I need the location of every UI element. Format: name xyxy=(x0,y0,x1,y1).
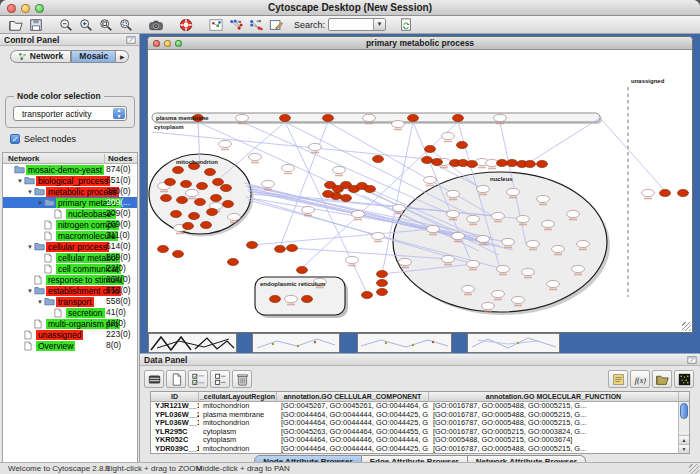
network-node[interactable] xyxy=(517,215,530,222)
notes-button[interactable] xyxy=(608,370,628,388)
table-row[interactable]: YKR052Ccytoplasm[GO:0044464, GO:0044446,… xyxy=(151,436,689,445)
background-window[interactable] xyxy=(467,333,560,353)
tree-expander-icon[interactable]: ▼ xyxy=(26,244,34,250)
tree-row-mosaic-demo-yeast[interactable]: mosaic-demo-yeast874(0) xyxy=(3,164,137,175)
float-panel-icon[interactable] xyxy=(126,35,136,44)
delete-attribute-button[interactable] xyxy=(232,370,252,388)
network-node[interactable] xyxy=(323,114,334,121)
import-attributes-button[interactable] xyxy=(652,370,672,388)
table-row[interactable]: YPL036W__1mitochondrion[GO:0044464, GO:0… xyxy=(151,419,689,428)
network-node[interactable] xyxy=(477,235,490,242)
network-node[interactable] xyxy=(447,190,460,197)
zoom-fit-button[interactable] xyxy=(96,17,116,33)
network-node[interactable] xyxy=(333,166,346,173)
tree-expander-icon[interactable]: ▼ xyxy=(36,299,44,305)
network-node[interactable] xyxy=(205,168,216,175)
column-header[interactable]: annotation.GO MOLECULAR_FUNCTION xyxy=(429,392,679,401)
network-node[interactable] xyxy=(497,265,510,272)
layout-network-b-button[interactable] xyxy=(246,17,266,33)
network-node[interactable] xyxy=(502,238,515,245)
network-node[interactable] xyxy=(221,184,232,191)
network-node[interactable] xyxy=(552,245,565,252)
network-node[interactable] xyxy=(280,114,291,121)
network-node[interactable] xyxy=(572,265,585,272)
select-attributes-button[interactable] xyxy=(188,370,208,388)
background-window[interactable] xyxy=(252,333,340,353)
network-node[interactable] xyxy=(236,114,249,121)
table-row[interactable]: YLR295Ccytoplasm[GO:0045263, GO:0044464,… xyxy=(151,428,689,437)
network-node[interactable] xyxy=(525,160,536,167)
tree-row-multi-organism-pro[interactable]: multi-organism pro42(0) xyxy=(3,318,137,329)
table-row[interactable]: YJR121W__1mitochondrion[GO:0045267, GO:0… xyxy=(151,402,689,411)
open-folder-button[interactable] xyxy=(6,17,26,33)
network-node[interactable] xyxy=(282,164,295,171)
background-window[interactable] xyxy=(357,333,452,353)
network-node[interactable] xyxy=(377,279,388,286)
column-header[interactable]: _cellularLayoutRegion xyxy=(199,392,277,401)
network-node[interactable] xyxy=(352,210,365,217)
network-node[interactable] xyxy=(377,288,388,295)
network-node[interactable] xyxy=(452,232,465,239)
snapshot-camera-button[interactable] xyxy=(146,17,166,33)
network-node[interactable] xyxy=(262,180,275,187)
network-node[interactable] xyxy=(223,200,234,207)
network-node[interactable] xyxy=(309,143,322,150)
tree-row-macromolecule[interactable]: macromolecule311(0) xyxy=(3,230,137,241)
network-node[interactable] xyxy=(442,255,455,262)
network-node[interactable] xyxy=(408,114,419,121)
network-node[interactable] xyxy=(494,114,507,121)
help-lifesaver-button[interactable] xyxy=(176,17,196,33)
network-node[interactable] xyxy=(195,198,206,205)
network-edge[interactable] xyxy=(280,122,328,247)
network-node[interactable] xyxy=(270,295,281,302)
network-node[interactable] xyxy=(323,190,334,197)
network-edge[interactable] xyxy=(600,118,665,191)
network-node[interactable] xyxy=(537,160,548,167)
network-node[interactable] xyxy=(467,260,480,267)
table-row[interactable]: YDR039C__1mitochondrion[GO:0044464, GO:0… xyxy=(151,445,689,454)
tree-row-cell-communicat[interactable]: cell communicat22(0) xyxy=(3,263,137,274)
matrix-button[interactable] xyxy=(674,370,694,388)
network-node[interactable] xyxy=(181,180,192,187)
network-node[interactable] xyxy=(427,225,440,232)
tree-row-nitrogen-compo[interactable]: nitrogen compo209(0) xyxy=(3,219,137,230)
network-node[interactable] xyxy=(363,114,376,121)
network-node[interactable] xyxy=(173,166,184,173)
tab-overflow-button[interactable]: ▶ xyxy=(116,50,129,63)
tree-row-overview[interactable]: Overview8(0) xyxy=(3,340,137,351)
network-node[interactable] xyxy=(497,159,508,166)
tab-network[interactable]: Network xyxy=(10,50,72,63)
tree-expander-icon[interactable]: ▼ xyxy=(16,178,24,184)
network-view-titlebar[interactable]: primary metabolic process xyxy=(148,37,692,50)
network-node[interactable] xyxy=(207,208,218,215)
node-color-dropdown[interactable]: transporter activity ▲▼ xyxy=(13,106,127,121)
network-node[interactable] xyxy=(249,153,262,160)
attribute-grid-button[interactable] xyxy=(144,370,164,388)
network-node[interactable] xyxy=(477,185,490,192)
network-node[interactable] xyxy=(467,160,478,167)
network-node[interactable] xyxy=(211,194,222,201)
network-node[interactable] xyxy=(158,245,169,252)
network-node[interactable] xyxy=(660,189,671,196)
float-panel-icon[interactable] xyxy=(687,355,697,364)
network-node[interactable] xyxy=(492,290,505,297)
network-node[interactable] xyxy=(422,156,433,163)
birdseye-view-button[interactable] xyxy=(206,17,226,33)
network-node[interactable] xyxy=(197,182,208,189)
tree-row-metabolic-process[interactable]: ▼metabolic process280(0) xyxy=(3,186,137,197)
network-node[interactable] xyxy=(522,268,535,275)
tree-row-cellular-process[interactable]: ▼cellular process614(0) xyxy=(3,241,137,252)
network-node[interactable] xyxy=(425,145,436,152)
network-node[interactable] xyxy=(213,178,224,185)
network-node[interactable] xyxy=(247,241,258,248)
background-window[interactable] xyxy=(148,333,237,353)
column-header[interactable]: ID xyxy=(151,392,199,401)
network-node[interactable] xyxy=(424,176,437,183)
tree-row-nucleobase-[interactable]: nucleobase-209(0) xyxy=(3,208,137,219)
layout-network-a-button[interactable] xyxy=(226,17,246,33)
network-node[interactable] xyxy=(467,215,480,222)
table-row[interactable]: YPL036W__2plasma membrane[GO:0044464, GO… xyxy=(151,411,689,420)
tree-expander-icon[interactable]: ▼ xyxy=(36,200,44,206)
network-node[interactable] xyxy=(365,185,376,192)
network-node[interactable] xyxy=(457,141,468,148)
